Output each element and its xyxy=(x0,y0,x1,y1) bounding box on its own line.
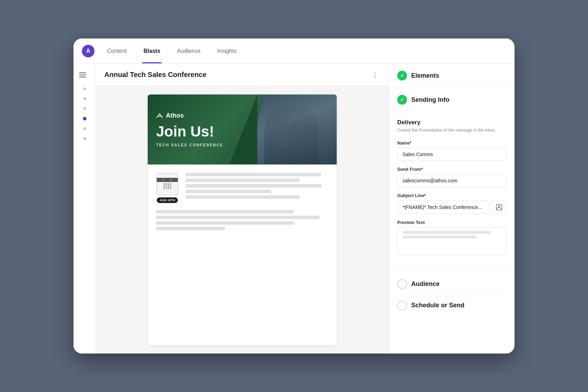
calendar-icon-block: AUG 10TH xyxy=(156,173,178,203)
bottom-sections: Audience Schedule or Send xyxy=(389,268,514,322)
sidebar-item-3[interactable] xyxy=(83,107,86,110)
cal-dot xyxy=(166,183,167,185)
text-line xyxy=(186,178,300,182)
send-from-label: Send From* xyxy=(397,167,506,172)
subject-line-input-row xyxy=(397,200,506,214)
preview-text-area[interactable] xyxy=(397,227,506,255)
cal-dot xyxy=(170,188,171,189)
hero-join-text: Join Us! xyxy=(156,124,223,140)
left-sidebar xyxy=(74,64,96,354)
sending-info-label: Sending Info xyxy=(411,96,449,104)
hamburger-line-3 xyxy=(79,77,86,77)
elements-label: Elements xyxy=(411,72,439,79)
cal-dot xyxy=(168,183,169,185)
hero-subtitle: TECH SALES CONFERENCE xyxy=(156,143,223,147)
calendar-header xyxy=(157,178,178,182)
name-field-group: Name* xyxy=(397,140,506,161)
tab-blasts[interactable]: Blasts xyxy=(142,38,162,63)
right-panel: ✓ Elements ✓ Sending Info Delivery Contr… xyxy=(388,64,514,354)
preview-text-field-group: Preview Text xyxy=(397,220,506,255)
subject-line-input[interactable] xyxy=(397,201,489,214)
cal-dot xyxy=(170,186,171,187)
hamburger-icon xyxy=(79,72,86,77)
cal-dot xyxy=(168,186,169,187)
cal-dot xyxy=(166,186,167,187)
schedule-send-section-row[interactable]: Schedule or Send xyxy=(397,295,506,316)
sidebar-item-6[interactable] xyxy=(83,137,86,140)
text-line xyxy=(156,221,294,225)
delivery-desc: Control the Presentation of the message … xyxy=(397,127,506,133)
personalize-icon xyxy=(496,204,502,210)
send-from-input[interactable] xyxy=(397,174,506,187)
cal-dot xyxy=(163,186,165,187)
header-left: Annual Tech Sales Conference xyxy=(104,71,206,79)
name-label: Name* xyxy=(397,140,506,146)
nav-tabs: Content Blasts Audience Insights xyxy=(106,38,238,63)
subject-line-label: Subject Line* xyxy=(397,193,506,198)
delivery-title: Delivery xyxy=(397,119,506,126)
hero-photo-bg xyxy=(246,94,337,164)
cal-dot xyxy=(166,188,167,189)
tab-audience[interactable]: Audience xyxy=(176,38,202,63)
calendar-ring-2 xyxy=(170,179,172,181)
audience-section-row[interactable]: Audience xyxy=(397,274,506,295)
delivery-section: Delivery Control the Presentation of the… xyxy=(389,112,514,268)
schedule-or-send-label: Schedule or Send xyxy=(411,302,464,309)
page-title: Annual Tech Sales Conference xyxy=(104,71,206,79)
top-nav: A Content Blasts Audience Insights xyxy=(74,38,514,64)
svg-point-1 xyxy=(498,205,500,207)
check-icon: ✓ xyxy=(400,73,404,78)
text-line xyxy=(186,195,300,199)
email-hero: Athos Join Us! TECH SALES CONFERENCE xyxy=(148,94,337,164)
text-line xyxy=(156,210,294,214)
sending-info-title-row: ✓ Sending Info xyxy=(397,95,506,105)
sending-info-check-circle: ✓ xyxy=(397,95,407,105)
sidebar-hamburger-button[interactable] xyxy=(79,69,90,80)
main-area: Annual Tech Sales Conference ⋮ xyxy=(74,64,514,354)
audience-label: Audience xyxy=(411,280,440,288)
calendar-grid xyxy=(162,182,173,190)
sidebar-item-1[interactable] xyxy=(83,88,86,90)
cal-dot xyxy=(163,188,165,189)
elements-title-row: ✓ Elements xyxy=(397,71,506,80)
email-text-lines xyxy=(186,173,328,199)
sidebar-item-2[interactable] xyxy=(83,97,86,100)
hero-logo: Athos xyxy=(156,112,223,119)
check-icon-2: ✓ xyxy=(400,97,404,103)
calendar-icon xyxy=(156,173,178,195)
cal-dot xyxy=(170,183,171,185)
name-input[interactable] xyxy=(397,148,506,161)
text-line xyxy=(186,190,271,193)
sidebar-item-5[interactable] xyxy=(83,127,86,130)
preview-line xyxy=(402,231,491,234)
athos-logo-icon xyxy=(156,113,163,119)
tab-insights[interactable]: Insights xyxy=(216,38,238,63)
hero-diagonal-cut xyxy=(229,94,257,164)
hero-text-area: Athos Join Us! TECH SALES CONFERENCE xyxy=(148,104,232,155)
content-header: Annual Tech Sales Conference ⋮ xyxy=(96,64,388,86)
personalize-button[interactable] xyxy=(492,200,506,214)
hamburger-line-1 xyxy=(79,72,86,73)
audience-empty-circle xyxy=(397,279,407,289)
text-line xyxy=(186,184,321,188)
email-preview-container: Athos Join Us! TECH SALES CONFERENCE xyxy=(96,86,388,354)
cal-dot xyxy=(168,188,169,189)
elements-check-circle: ✓ xyxy=(397,71,407,80)
app-logo[interactable]: A xyxy=(82,45,94,57)
hamburger-line-2 xyxy=(79,75,86,75)
text-line xyxy=(156,227,225,230)
schedule-empty-circle xyxy=(397,301,407,310)
date-badge: AUG 10TH xyxy=(157,197,178,203)
content-panel: Annual Tech Sales Conference ⋮ xyxy=(96,64,388,354)
tab-content[interactable]: Content xyxy=(106,38,128,63)
email-body: AUG 10TH xyxy=(148,164,337,239)
email-preview: Athos Join Us! TECH SALES CONFERENCE xyxy=(148,94,337,345)
cal-dot xyxy=(163,183,165,185)
send-from-field-group: Send From* xyxy=(397,167,506,187)
sidebar-item-active[interactable] xyxy=(83,117,86,120)
preview-text-label: Preview Text xyxy=(397,220,506,225)
more-options-button[interactable]: ⋮ xyxy=(370,70,380,80)
text-line xyxy=(186,173,321,176)
subject-line-field-group: Subject Line* xyxy=(397,193,506,214)
device-frame: A Content Blasts Audience Insights xyxy=(74,38,514,354)
